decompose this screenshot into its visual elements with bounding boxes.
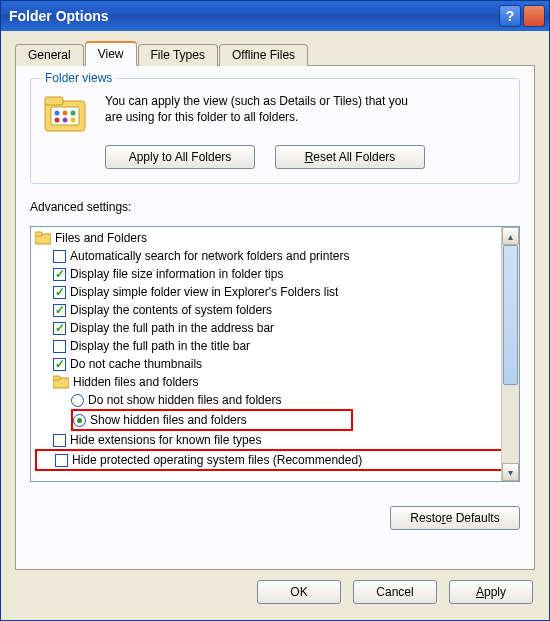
svg-point-5 [71,111,76,116]
checkbox[interactable] [53,250,66,263]
scroll-down-button[interactable]: ▾ [502,463,519,481]
svg-point-8 [71,118,76,123]
folder-views-icon [43,93,91,135]
checkbox[interactable] [53,434,66,447]
opt-do-not-cache-thumbnails[interactable]: Do not cache thumbnails [35,355,497,373]
folder-views-group: Folder views [30,78,520,184]
opt-auto-search-network[interactable]: Automatically search for network folders… [35,247,497,265]
checkbox[interactable] [53,358,66,371]
folder-views-legend: Folder views [41,71,116,85]
tree-content[interactable]: Files and Folders Automatically search f… [31,227,501,481]
radio[interactable] [73,414,86,427]
radio-show-hidden[interactable]: Show hidden files and folders [73,411,347,429]
window-title: Folder Options [9,8,497,24]
checkbox[interactable] [53,322,66,335]
advanced-settings-tree: Files and Folders Automatically search f… [30,226,520,482]
folder-icon [53,375,69,389]
cancel-button[interactable]: Cancel [353,580,437,604]
svg-point-4 [63,111,68,116]
highlight-show-hidden: Show hidden files and folders [71,409,353,431]
tab-general[interactable]: General [15,44,84,66]
svg-rect-12 [53,376,60,380]
opt-display-file-size-tips[interactable]: Display file size information in folder … [35,265,497,283]
advanced-settings-label: Advanced settings: [30,200,520,214]
dialog-buttons: OK Cancel Apply [15,570,535,606]
svg-point-3 [55,111,60,116]
tabstrip: General View File Types Offline Files [15,41,535,65]
client-area: General View File Types Offline Files Fo… [1,31,549,620]
checkbox[interactable] [53,268,66,281]
scroll-thumb[interactable] [503,245,518,385]
tree-group-files-and-folders: Files and Folders [35,229,497,247]
folder-icon [35,231,51,245]
checkbox[interactable] [53,286,66,299]
titlebar[interactable]: Folder Options ? ✕ [1,1,549,31]
highlight-hide-protected: Hide protected operating system files (R… [35,449,501,471]
scroll-up-button[interactable]: ▴ [502,227,519,245]
opt-display-system-folders[interactable]: Display the contents of system folders [35,301,497,319]
folder-options-dialog: Folder Options ? ✕ General View File Typ… [0,0,550,621]
apply-to-all-folders-button[interactable]: Apply to All Folders [105,145,255,169]
tab-file-types[interactable]: File Types [138,44,218,66]
checkbox[interactable] [53,340,66,353]
apply-button[interactable]: Apply [449,580,533,604]
tree-scrollbar[interactable]: ▴ ▾ [501,227,519,481]
svg-point-7 [63,118,68,123]
close-button[interactable] [523,5,545,27]
tab-offline-files[interactable]: Offline Files [219,44,308,66]
checkbox[interactable] [53,304,66,317]
help-button[interactable]: ? [499,5,521,27]
opt-full-path-title-bar[interactable]: Display the full path in the title bar [35,337,497,355]
opt-hide-protected-os-files[interactable]: Hide protected operating system files (R… [37,451,501,469]
opt-simple-folder-view[interactable]: Display simple folder view in Explorer's… [35,283,497,301]
svg-point-6 [55,118,60,123]
ok-button[interactable]: OK [257,580,341,604]
restore-defaults-button[interactable]: Restore Defaults [390,506,520,530]
opt-full-path-address-bar[interactable]: Display the full path in the address bar [35,319,497,337]
checkbox[interactable] [55,454,68,467]
folder-views-desc: You can apply the view (such as Details … [105,93,408,125]
tab-view[interactable]: View [85,41,137,66]
tree-group-hidden-files: Hidden files and folders [35,373,497,391]
radio[interactable] [71,394,84,407]
scroll-track[interactable] [502,245,519,463]
svg-rect-10 [35,232,42,236]
radio-do-not-show-hidden[interactable]: Do not show hidden files and folders [35,391,497,409]
reset-all-folders-button[interactable]: Reset All Folders [275,145,425,169]
opt-hide-extensions[interactable]: Hide extensions for known file types [35,431,497,449]
svg-rect-1 [45,97,63,105]
tabpage-view: Folder views [15,65,535,570]
